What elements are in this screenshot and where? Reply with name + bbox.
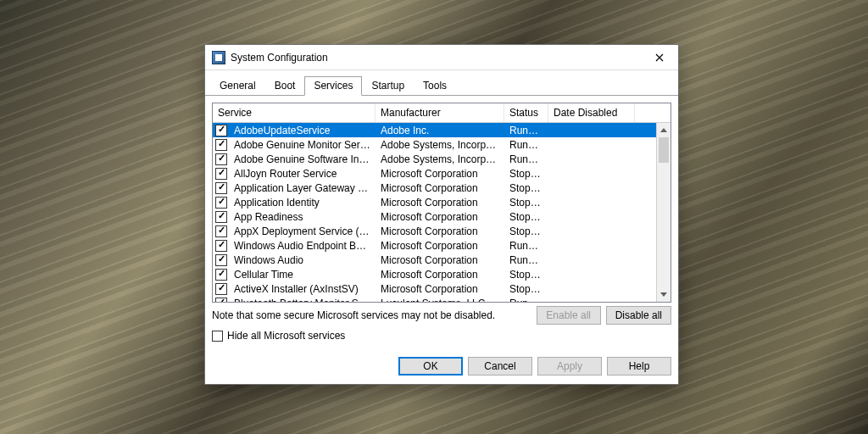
dialog-footer: OK Cancel Apply Help xyxy=(205,348,678,384)
cell-manufacturer: Microsoft Corporation xyxy=(376,211,504,223)
cell-service: Adobe Genuine Software Integri... xyxy=(229,153,376,165)
cancel-button[interactable]: Cancel xyxy=(468,357,532,376)
table-row[interactable]: Windows Audio Endpoint BuilderMicrosoft … xyxy=(213,238,656,253)
cell-status: Stopped xyxy=(504,211,548,223)
services-list: Service Manufacturer Status Date Disable… xyxy=(212,103,671,303)
cell-manufacturer: Microsoft Corporation xyxy=(376,240,504,252)
cell-service: Cellular Time xyxy=(229,269,376,281)
table-row[interactable]: Application IdentityMicrosoft Corporatio… xyxy=(213,195,656,209)
cell-service: Bluetooth Battery Monitor Service xyxy=(229,298,376,303)
cell-manufacturer: Adobe Inc. xyxy=(376,125,504,136)
col-date-disabled[interactable]: Date Disabled xyxy=(548,103,635,122)
list-header[interactable]: Service Manufacturer Status Date Disable… xyxy=(213,103,670,123)
cell-service: Windows Audio xyxy=(229,254,376,266)
table-row[interactable]: Application Layer Gateway ServiceMicroso… xyxy=(213,181,656,195)
hide-microsoft-checkbox[interactable] xyxy=(212,331,223,342)
service-checkbox[interactable] xyxy=(215,211,227,223)
cell-service: Application Identity xyxy=(229,197,376,209)
vertical-scrollbar[interactable] xyxy=(656,123,670,302)
list-body[interactable]: AdobeUpdateServiceAdobe Inc.RunningAdobe… xyxy=(213,123,656,302)
cell-manufacturer: Microsoft Corporation xyxy=(376,197,504,209)
tab-content: Service Manufacturer Status Date Disable… xyxy=(205,95,678,348)
cell-manufacturer: Luculent Systems, LLC xyxy=(376,298,504,303)
secure-services-note: Note that some secure Microsoft services… xyxy=(212,309,531,321)
scroll-track[interactable] xyxy=(657,137,670,287)
table-row[interactable]: Bluetooth Battery Monitor ServiceLuculen… xyxy=(213,296,656,302)
hide-microsoft-label: Hide all Microsoft services xyxy=(227,330,345,342)
apply-button[interactable]: Apply xyxy=(537,357,602,376)
service-checkbox[interactable] xyxy=(215,225,227,237)
tab-general[interactable]: General xyxy=(210,76,265,96)
cell-manufacturer: Microsoft Corporation xyxy=(376,283,504,295)
cell-manufacturer: Adobe Systems, Incorpora... xyxy=(376,153,504,165)
disable-all-button[interactable]: Disable all xyxy=(606,306,671,325)
tab-services[interactable]: Services xyxy=(304,76,362,96)
tab-boot[interactable]: Boot xyxy=(265,76,305,96)
cell-status: Stopped xyxy=(504,182,548,194)
service-checkbox[interactable] xyxy=(215,298,227,303)
cell-status: Running xyxy=(504,240,548,252)
cell-service: AllJoyn Router Service xyxy=(229,168,376,180)
service-checkbox[interactable] xyxy=(215,182,227,194)
cell-manufacturer: Adobe Systems, Incorpora... xyxy=(376,139,504,151)
cell-service: Adobe Genuine Monitor Service xyxy=(229,139,376,151)
tab-strip: GeneralBootServicesStartupTools xyxy=(205,70,678,96)
cell-service: ActiveX Installer (AxInstSV) xyxy=(229,283,376,295)
service-checkbox[interactable] xyxy=(215,240,227,252)
ok-button[interactable]: OK xyxy=(398,357,463,376)
cell-manufacturer: Microsoft Corporation xyxy=(376,254,504,266)
cell-service: AdobeUpdateService xyxy=(229,125,376,136)
table-row[interactable]: Cellular TimeMicrosoft CorporationStoppe… xyxy=(213,267,656,281)
tab-startup[interactable]: Startup xyxy=(362,76,414,96)
cell-manufacturer: Microsoft Corporation xyxy=(376,269,504,281)
service-checkbox[interactable] xyxy=(215,168,227,180)
service-checkbox[interactable] xyxy=(215,269,227,281)
service-checkbox[interactable] xyxy=(215,254,227,266)
close-button[interactable] xyxy=(640,45,678,70)
cell-status: Stopped xyxy=(504,283,548,295)
scroll-up-button[interactable] xyxy=(657,123,670,137)
cell-manufacturer: Microsoft Corporation xyxy=(376,168,504,180)
cell-status: Running xyxy=(504,139,548,151)
service-checkbox[interactable] xyxy=(215,197,227,209)
enable-all-button[interactable]: Enable all xyxy=(537,306,601,325)
table-row[interactable]: Windows AudioMicrosoft CorporationRunnin… xyxy=(213,253,656,267)
table-row[interactable]: AllJoyn Router ServiceMicrosoft Corporat… xyxy=(213,166,656,181)
table-row[interactable]: ActiveX Installer (AxInstSV)Microsoft Co… xyxy=(213,281,656,296)
cell-manufacturer: Microsoft Corporation xyxy=(376,225,504,237)
tab-tools[interactable]: Tools xyxy=(414,76,456,96)
table-row[interactable]: App ReadinessMicrosoft CorporationStoppe… xyxy=(213,209,656,224)
service-checkbox[interactable] xyxy=(215,283,227,295)
service-checkbox[interactable] xyxy=(215,125,227,136)
cell-status: Stopped xyxy=(504,197,548,209)
msconfig-icon xyxy=(212,51,225,64)
table-row[interactable]: Adobe Genuine Monitor ServiceAdobe Syste… xyxy=(213,137,656,152)
table-row[interactable]: Adobe Genuine Software Integri...Adobe S… xyxy=(213,152,656,166)
table-row[interactable]: AdobeUpdateServiceAdobe Inc.Running xyxy=(213,123,656,137)
table-row[interactable]: AppX Deployment Service (App...Microsoft… xyxy=(213,224,656,238)
cell-service: AppX Deployment Service (App... xyxy=(229,225,376,237)
service-checkbox[interactable] xyxy=(215,139,227,151)
help-button[interactable]: Help xyxy=(607,357,671,376)
chevron-up-icon xyxy=(660,128,667,132)
scroll-down-button[interactable] xyxy=(657,287,670,302)
cell-service: Windows Audio Endpoint Builder xyxy=(229,240,376,252)
cell-status: Stopped xyxy=(504,168,548,180)
chevron-down-icon xyxy=(660,292,667,297)
cell-status: Running xyxy=(504,254,548,266)
cell-service: App Readiness xyxy=(229,211,376,223)
col-manufacturer[interactable]: Manufacturer xyxy=(376,103,504,122)
system-configuration-window: System Configuration GeneralBootServices… xyxy=(204,44,679,385)
cell-status: Stopped xyxy=(504,269,548,281)
service-checkbox[interactable] xyxy=(215,153,227,165)
cell-status: Running xyxy=(504,153,548,165)
cell-status: Stopped xyxy=(504,225,548,237)
cell-status: Running xyxy=(504,125,548,136)
scroll-thumb[interactable] xyxy=(659,137,669,163)
close-icon xyxy=(655,53,664,62)
titlebar[interactable]: System Configuration xyxy=(205,45,678,70)
window-title: System Configuration xyxy=(231,52,640,64)
cell-service: Application Layer Gateway Service xyxy=(229,182,376,194)
col-service[interactable]: Service xyxy=(213,103,376,122)
col-status[interactable]: Status xyxy=(504,103,548,122)
